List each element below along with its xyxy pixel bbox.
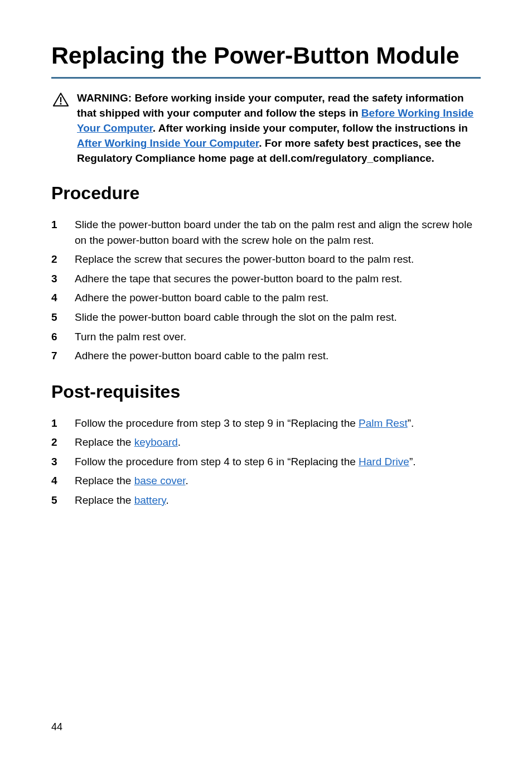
post-requisite-step: Replace the base cover. [51, 473, 481, 489]
step-text: Slide the power-button board cable throu… [75, 310, 481, 325]
warning-box: WARNING: Before working inside your comp… [51, 91, 481, 166]
step-text: Turn the palm rest over. [75, 329, 481, 345]
step-text: Follow the procedure from step 3 to step… [75, 416, 481, 431]
cross-reference-link[interactable]: keyboard [134, 436, 178, 448]
warning-icon-wrap [52, 91, 69, 107]
title-underline [51, 77, 481, 79]
warning-triangle-icon [52, 92, 69, 107]
cross-reference-link[interactable]: base cover [134, 475, 186, 486]
post-requisite-step: Replace the keyboard. [51, 435, 481, 450]
warning-text: WARNING: Before working inside your comp… [77, 91, 481, 166]
warning-link[interactable]: After Working Inside Your Computer [77, 137, 259, 149]
procedure-step: Adhere the tape that secures the power-b… [51, 271, 481, 287]
post-requisites-steps: Follow the procedure from step 3 to step… [51, 416, 481, 508]
post-requisites-heading: Post-requisites [51, 382, 481, 402]
procedure-step: Replace the screw that secures the power… [51, 252, 481, 267]
step-text: Replace the screw that secures the power… [75, 252, 481, 267]
cross-reference-link[interactable]: battery [134, 494, 166, 506]
procedure-step: Adhere the power-button board cable to t… [51, 290, 481, 306]
procedure-step: Slide the power-button board under the t… [51, 217, 481, 248]
procedure-step: Adhere the power-button board cable to t… [51, 348, 481, 364]
cross-reference-link[interactable]: Palm Rest [359, 417, 408, 429]
step-text: Replace the keyboard. [75, 435, 481, 450]
warning-link[interactable]: Before Working Inside Your Computer [77, 107, 473, 134]
step-text: Adhere the power-button board cable to t… [75, 290, 481, 306]
step-text: Slide the power-button board under the t… [75, 217, 481, 248]
post-requisite-step: Follow the procedure from step 4 to step… [51, 454, 481, 470]
step-text: Adhere the power-button board cable to t… [75, 348, 481, 364]
procedure-step: Slide the power-button board cable throu… [51, 310, 481, 325]
procedure-heading: Procedure [51, 183, 481, 204]
page-number: 44 [51, 721, 62, 733]
procedure-step: Turn the palm rest over. [51, 329, 481, 345]
step-text: Follow the procedure from step 4 to step… [75, 454, 481, 470]
step-text: Replace the base cover. [75, 473, 481, 489]
post-requisite-step: Replace the battery. [51, 493, 481, 508]
step-text: Adhere the tape that secures the power-b… [75, 271, 481, 287]
page-container: Replacing the Power-Button Module WARNIN… [0, 0, 532, 762]
svg-point-2 [60, 103, 62, 105]
post-requisite-step: Follow the procedure from step 3 to step… [51, 416, 481, 431]
cross-reference-link[interactable]: Hard Drive [359, 456, 409, 467]
step-text: Replace the battery. [75, 493, 481, 508]
page-title: Replacing the Power-Button Module [51, 42, 481, 69]
procedure-steps: Slide the power-button board under the t… [51, 217, 481, 363]
